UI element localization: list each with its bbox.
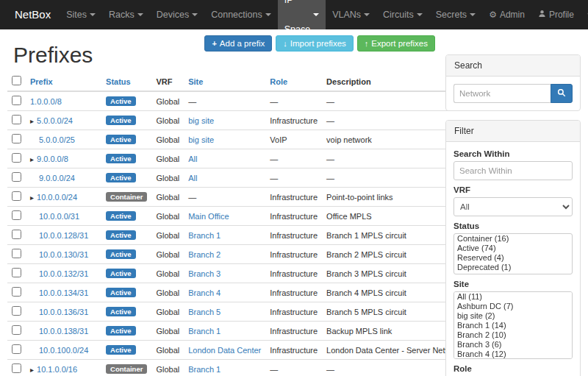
site-link[interactable]: All — [188, 174, 197, 182]
sidebar: Search Filter Search Within VRF — [445, 34, 581, 376]
site-cell: Branch 2 — [184, 245, 265, 264]
prefix-link[interactable]: 10.1.0.0/16 — [37, 365, 77, 374]
caret-down-icon — [137, 13, 143, 16]
search-within-input[interactable] — [453, 161, 573, 180]
site-link[interactable]: Branch 5 — [188, 308, 220, 316]
nav-item-vlans[interactable]: VLANs — [326, 0, 376, 29]
search-within-label: Search Within — [453, 149, 573, 158]
prefix-link[interactable]: 10.0.0.136/31 — [39, 308, 88, 316]
status-listbox[interactable]: Container (16)Active (74)Reserved (4)Dep… — [453, 233, 573, 274]
listbox-option[interactable]: Deprecated (1) — [454, 263, 572, 272]
listbox-option[interactable]: big site (2) — [454, 311, 572, 321]
expand-children-icon[interactable]: ▸ — [30, 366, 34, 374]
site-link[interactable]: Branch 1 — [188, 327, 220, 336]
listbox-option[interactable]: Ashburn DC (7) — [454, 302, 572, 311]
row-checkbox[interactable] — [12, 153, 21, 163]
row-checkbox[interactable] — [12, 306, 21, 316]
row-checkbox[interactable] — [12, 230, 21, 239]
expand-children-icon[interactable]: ▸ — [30, 194, 34, 202]
prefix-link[interactable]: 10.0.0.134/31 — [39, 288, 88, 297]
nav-item-ip-space[interactable]: IP Space — [278, 0, 326, 29]
row-checkbox[interactable] — [12, 210, 21, 220]
prefix-link[interactable]: 10.0.0.132/31 — [39, 269, 88, 278]
prefix-link[interactable]: 9.0.0.0/8 — [37, 155, 68, 163]
prefix-link[interactable]: 5.0.0.0/25 — [39, 135, 75, 144]
expand-children-icon[interactable]: ▸ — [30, 117, 34, 125]
table-row: ▸10.0.0.0/24ContainerGlobal—Infrastructu… — [7, 188, 467, 207]
row-checkbox[interactable] — [12, 172, 21, 182]
search-button[interactable] — [551, 84, 573, 103]
listbox-option[interactable]: All (11) — [454, 292, 572, 302]
row-checkbox[interactable] — [12, 191, 21, 201]
prefix-link[interactable]: 10.0.100.0/24 — [39, 346, 88, 355]
site-link[interactable]: All — [188, 155, 197, 163]
site-listbox[interactable]: All (11)Ashburn DC (7)big site (2)Branch… — [453, 291, 573, 359]
listbox-option[interactable]: Branch 4 (12) — [454, 350, 572, 359]
row-checkbox[interactable] — [12, 96, 21, 105]
row-checkbox[interactable] — [12, 268, 21, 277]
sort-link-site[interactable]: Site — [188, 77, 203, 86]
prefix-table: PrefixStatusVRFSiteRoleDescription 1.0.0… — [7, 72, 467, 376]
site-link[interactable]: London Data Center — [188, 346, 261, 355]
prefix-link[interactable]: 10.0.0.130/31 — [39, 250, 88, 259]
site-cell: Main Office — [184, 207, 265, 226]
row-checkbox[interactable] — [12, 287, 21, 297]
site-link[interactable]: Branch 1 — [188, 365, 220, 374]
row-checkbox[interactable] — [12, 325, 21, 335]
search-panel: Search — [445, 54, 581, 111]
site-link[interactable]: big site — [188, 116, 214, 125]
row-checkbox[interactable] — [12, 115, 21, 124]
prefix-link[interactable]: 9.0.0.0/24 — [39, 174, 75, 182]
status-badge: Active — [106, 116, 136, 126]
row-checkbox[interactable] — [12, 249, 21, 258]
listbox-option[interactable]: Branch 3 (6) — [454, 340, 572, 350]
site-link[interactable]: Branch 4 — [188, 288, 220, 297]
sort-link-status[interactable]: Status — [106, 77, 131, 86]
nav-item-racks[interactable]: Racks — [102, 0, 150, 29]
row-checkbox[interactable] — [12, 344, 21, 354]
listbox-option[interactable]: Active (74) — [454, 244, 572, 253]
nav-item-sites[interactable]: Sites — [60, 0, 102, 29]
row-checkbox[interactable] — [12, 363, 21, 373]
profile-link[interactable]: Profile — [531, 0, 581, 29]
site-link[interactable]: Branch 3 — [188, 269, 220, 278]
nav-item-devices[interactable]: Devices — [150, 0, 204, 29]
sort-link-prefix[interactable]: Prefix — [30, 77, 53, 86]
prefix-link[interactable]: 10.0.0.0/24 — [37, 193, 77, 202]
site-link[interactable]: big site — [188, 135, 214, 144]
add-prefix-label: Add a prefix — [220, 39, 265, 48]
import-prefixes-button[interactable]: ↓ Import prefixes — [276, 35, 354, 52]
plus-icon: + — [212, 39, 216, 48]
site-link[interactable]: Branch 1 — [188, 231, 220, 240]
prefix-link[interactable]: 5.0.0.0/24 — [37, 116, 73, 125]
vrf-cell: Global — [151, 226, 184, 245]
row-checkbox[interactable] — [12, 134, 21, 143]
export-prefixes-button[interactable]: ↑ Export prefixes — [357, 35, 435, 52]
table-row: 10.0.0.130/31ActiveGlobalBranch 2Infrast… — [7, 245, 467, 264]
nav-item-connections[interactable]: Connections — [204, 0, 278, 29]
expand-children-icon[interactable]: ▸ — [30, 155, 34, 163]
nav-item-secrets[interactable]: Secrets — [429, 0, 482, 29]
prefix-link[interactable]: 10.0.0.138/31 — [39, 327, 88, 336]
sort-link-role[interactable]: Role — [270, 77, 287, 86]
site-link[interactable]: Branch 2 — [188, 250, 220, 259]
status-cell: Active — [101, 149, 151, 169]
prefix-link[interactable]: 10.0.0.128/31 — [39, 231, 88, 240]
listbox-option[interactable]: Reserved (4) — [454, 253, 572, 263]
table-row: 10.0.0.134/31ActiveGlobalBranch 4Infrast… — [7, 283, 467, 302]
prefix-link[interactable]: 1.0.0.0/8 — [30, 97, 62, 106]
network-search-input[interactable] — [453, 84, 551, 103]
brand-link[interactable]: NetBox — [6, 0, 60, 29]
vrf-select[interactable]: All — [453, 197, 573, 216]
site-link[interactable]: Main Office — [188, 212, 229, 221]
listbox-option[interactable]: Container (16) — [454, 234, 572, 244]
logout-link[interactable]: Log out — [581, 0, 588, 29]
admin-link[interactable]: ⚙ Admin — [482, 0, 531, 29]
listbox-option[interactable]: Branch 2 (10) — [454, 330, 572, 340]
nav-item-circuits[interactable]: Circuits — [376, 0, 429, 29]
add-prefix-button[interactable]: + Add a prefix — [204, 35, 272, 52]
prefix-link[interactable]: 10.0.0.0/31 — [39, 212, 79, 221]
listbox-option[interactable]: Branch 1 (14) — [454, 321, 572, 330]
column-header-vrf: VRF — [151, 72, 184, 91]
select-all-checkbox[interactable] — [12, 76, 21, 85]
